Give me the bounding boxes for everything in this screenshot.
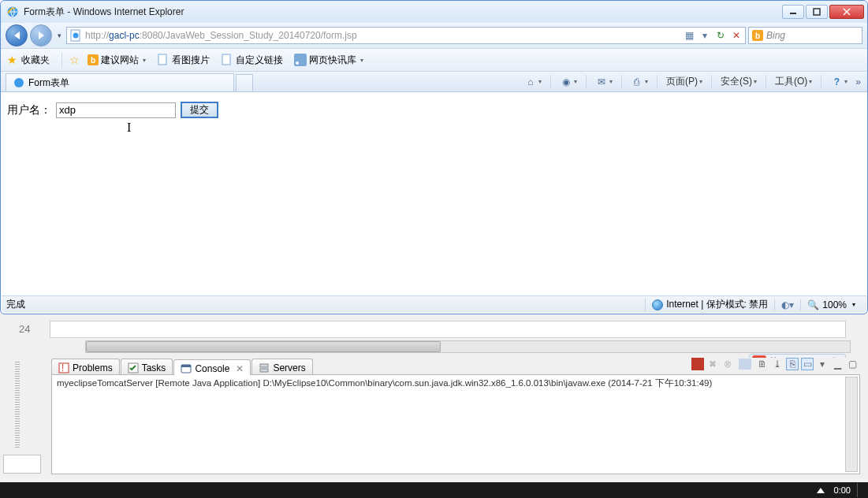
fav-web-feeds[interactable]: 网页快讯库▾	[290, 52, 367, 69]
refresh-icon[interactable]: ↻	[714, 30, 727, 41]
min-view-icon[interactable]: ▁	[831, 358, 844, 370]
svg-rect-7	[158, 54, 166, 65]
expand-chevron-icon[interactable]: »	[854, 76, 862, 87]
remove-launch-icon[interactable]: ✖	[706, 358, 719, 370]
bing-icon: b	[752, 30, 763, 41]
collapsed-view[interactable]	[3, 455, 41, 474]
page-menu[interactable]: 页面(P)▾	[663, 73, 706, 90]
tab-console[interactable]: Console✕	[173, 359, 251, 375]
tab-problems[interactable]: !Problems	[51, 359, 120, 374]
eclipse-ide: 24 S 英 ☽ •, ⌨ ✿ 🔧 !Problems Tasks Consol…	[0, 314, 868, 498]
close-tab-icon[interactable]: ✕	[236, 363, 244, 374]
back-button[interactable]	[6, 24, 28, 46]
display-console-icon[interactable]: ▭	[801, 358, 814, 370]
command-bar: ⌂▾ ◉▾ ✉▾ ⎙▾ 页面(P)▾ 安全(S)▾ 工具(O)▾ ?▾ »	[521, 73, 862, 90]
help-button[interactable]: ?▾	[827, 74, 851, 90]
svg-point-10	[296, 61, 299, 65]
console-output[interactable]: myeclipseTomcatServer [Remote Java Appli…	[51, 375, 860, 474]
forward-button[interactable]	[30, 24, 52, 46]
home-button[interactable]: ⌂▾	[521, 74, 545, 90]
ie-window: Form表单 - Windows Internet Explorer ▾ htt…	[0, 0, 868, 314]
globe-icon	[652, 299, 663, 310]
ie-logo-icon	[6, 6, 19, 18]
print-button[interactable]: ⎙▾	[628, 74, 651, 90]
horizontal-scrollbar[interactable]	[85, 340, 851, 353]
open-console-icon[interactable]: ▾	[816, 358, 829, 370]
pin-console-icon[interactable]: ⎘	[786, 358, 799, 370]
add-favorite-icon[interactable]: ☆	[68, 54, 80, 66]
minimize-button[interactable]	[782, 5, 804, 19]
tray-arrow-icon[interactable]	[817, 488, 825, 493]
nav-history-dropdown[interactable]: ▾	[54, 32, 64, 39]
new-tab-button[interactable]	[236, 74, 253, 91]
fav-suggested-sites[interactable]: b建议网站▾	[84, 52, 150, 69]
scroll-lock-icon[interactable]: ⤓	[771, 358, 784, 370]
close-button[interactable]	[829, 5, 864, 19]
console-icon	[181, 363, 192, 374]
console-toolbar: ✖ ⊗ 🗎 ⤓ ⎘ ▭ ▾ ▁ ▢	[691, 358, 859, 370]
search-placeholder: Bing	[766, 30, 785, 41]
svg-rect-16	[181, 365, 191, 367]
svg-rect-2	[814, 9, 820, 15]
feeds-button[interactable]: ◉▾	[557, 74, 580, 90]
protected-mode-toggle[interactable]: ◐▾	[774, 299, 800, 310]
status-text: 完成	[6, 298, 645, 311]
svg-text:!: !	[61, 362, 64, 374]
text-cursor-icon: I	[127, 121, 131, 135]
submit-button[interactable]: 提交	[181, 102, 218, 118]
window-title: Form表单 - Windows Internet Explorer	[24, 6, 780, 19]
username-input[interactable]	[56, 102, 176, 118]
help-icon: ?	[830, 76, 843, 88]
svg-rect-8	[222, 54, 230, 65]
url-text: http://gacl-pc:8080/JavaWeb_Session_Stud…	[85, 30, 680, 41]
safety-menu[interactable]: 安全(S)▾	[717, 73, 760, 90]
rss-icon: ◉	[560, 76, 572, 88]
page-icon	[69, 29, 82, 42]
security-zone[interactable]: Internet | 保护模式: 禁用	[645, 298, 774, 311]
page-icon	[157, 54, 170, 66]
ie-logo-icon	[13, 76, 25, 89]
favorites-label[interactable]: 收藏夹	[21, 54, 50, 67]
svg-rect-17	[260, 364, 268, 367]
scrollbar-thumb[interactable]	[86, 341, 441, 352]
home-icon: ⌂	[524, 76, 537, 88]
stop-icon[interactable]: ✕	[730, 30, 743, 41]
vertical-scrollbar[interactable]	[845, 377, 858, 472]
address-bar[interactable]: http://gacl-pc:8080/JavaWeb_Session_Stud…	[66, 27, 746, 44]
windows-taskbar: 0:00	[0, 482, 868, 498]
status-bar: 完成 Internet | 保护模式: 禁用 ◐▾ 🔍100%▾	[2, 295, 866, 313]
svg-rect-9	[294, 54, 307, 66]
line-number: 24	[19, 323, 30, 335]
fav-image-search[interactable]: 看图搜片	[153, 52, 214, 69]
remove-all-icon[interactable]: ⊗	[721, 358, 734, 370]
tools-menu[interactable]: 工具(O)▾	[772, 73, 815, 90]
tab-title: Form表单	[28, 76, 69, 90]
problems-icon: !	[58, 362, 69, 374]
compat-view-icon[interactable]: ▦	[683, 30, 695, 41]
maximize-button[interactable]	[806, 5, 828, 19]
username-label: 用户名：	[7, 103, 51, 117]
editor-ruler: 24	[50, 321, 846, 338]
show-desktop-button[interactable]	[857, 483, 863, 497]
favorites-bar: ★ 收藏夹 ☆ b建议网站▾ 看图搜片 自定义链接 网页快讯库▾	[1, 49, 867, 72]
svg-point-11	[14, 78, 24, 87]
zoom-control[interactable]: 🔍100%▾	[800, 299, 862, 310]
titlebar: Form表单 - Windows Internet Explorer	[1, 1, 867, 23]
terminate-button[interactable]	[691, 358, 704, 370]
favorites-star-icon[interactable]: ★	[6, 54, 18, 66]
browser-tab[interactable]: Form表单	[6, 73, 234, 91]
fav-custom-links[interactable]: 自定义链接	[217, 52, 287, 69]
mail-button[interactable]: ✉▾	[592, 74, 616, 90]
tab-servers[interactable]: Servers	[251, 359, 312, 374]
addr-dropdown[interactable]: ▾	[698, 30, 711, 41]
tasks-icon	[128, 362, 139, 374]
console-line: myeclipseTomcatServer [Remote Java Appli…	[57, 377, 855, 389]
tab-tasks[interactable]: Tasks	[121, 359, 173, 374]
max-view-icon[interactable]: ▢	[846, 358, 859, 370]
clear-console-icon[interactable]: 🗎	[756, 358, 769, 370]
svg-rect-18	[260, 369, 268, 372]
tab-row: Form表单 ⌂▾ ◉▾ ✉▾ ⎙▾ 页面(P)▾ 安全(S)▾ 工具(O)▾ …	[1, 72, 867, 91]
search-box[interactable]: b Bing	[748, 27, 862, 44]
bing-icon: b	[88, 54, 99, 65]
sash-handle[interactable]	[15, 362, 20, 448]
